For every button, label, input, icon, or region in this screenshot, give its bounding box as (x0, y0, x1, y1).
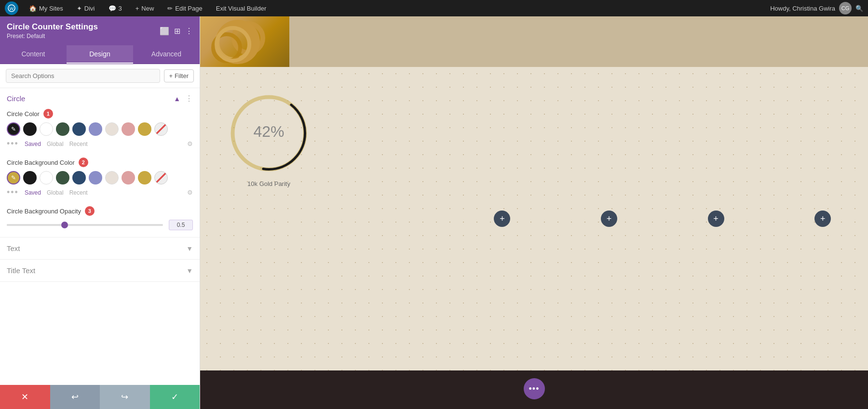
title-text-section-title: Title Text (7, 266, 35, 275)
color-swatch-none[interactable] (154, 122, 168, 136)
circle-bg-opacity-label: Circle Background Opacity 3 (7, 206, 193, 216)
expand-icon[interactable]: ⬜ (160, 26, 169, 36)
color-swatch-white[interactable] (40, 122, 53, 136)
circle-counter-label: 10k Gold Parity (227, 180, 311, 187)
circle-color-saved-row: ••• Saved Global Recent ⚙ (7, 139, 193, 149)
color-swatch-gold[interactable] (138, 122, 151, 136)
edit-page-menu[interactable]: ✏ Edit Page (164, 3, 205, 14)
color-swatch-black[interactable] (23, 122, 37, 136)
canvas-area: 42% 10k Gold Parity + + + + ••• (200, 16, 868, 409)
chevron-up-icon[interactable]: ▲ (174, 95, 180, 103)
circle-color-saved-label[interactable]: Saved (25, 141, 41, 147)
color-swatch-dark-green[interactable] (56, 122, 69, 136)
add-column-btn-1[interactable]: + (494, 211, 510, 227)
svg-text:W: W (10, 6, 14, 11)
color-swatch-light-beige[interactable] (105, 122, 119, 136)
cancel-button[interactable]: ✕ (0, 385, 50, 409)
canvas-beige-area: 42% 10k Gold Parity + + + + (200, 67, 868, 370)
preset-selector[interactable]: Preset: Default (7, 33, 98, 40)
circle-section-header[interactable]: Circle ▲ ⋮ (0, 88, 200, 109)
pencil-icon: ✏ (167, 5, 173, 12)
circle-bg-color-more-dots[interactable]: ••• (7, 187, 19, 198)
opacity-slider-thumb[interactable] (61, 222, 68, 228)
circle-bg-color-recent-label[interactable]: Recent (69, 189, 88, 196)
color-swatch-dark-blue[interactable] (72, 122, 86, 136)
svg-point-4 (213, 34, 240, 61)
circle-bg-swatch-dark-blue[interactable] (72, 171, 86, 185)
sidebar-header: Circle Counter Settings Preset: Default … (0, 16, 200, 45)
circle-bg-swatch-pink[interactable] (122, 171, 135, 185)
filter-button[interactable]: + Filter (164, 69, 194, 82)
color-swatch-lavender[interactable] (89, 122, 102, 136)
add-column-btn-4[interactable]: + (814, 211, 831, 227)
grid-icon[interactable]: ⊞ (174, 26, 180, 36)
title-text-chevron-down-icon[interactable]: ▼ (186, 267, 193, 275)
circle-bg-swatch-white[interactable] (40, 171, 53, 185)
circle-color-badge: 1 (43, 109, 53, 119)
search-input[interactable] (6, 69, 160, 83)
module-options-button[interactable]: ••• (524, 378, 545, 399)
panel-title: Circle Counter Settings (7, 22, 98, 32)
tab-content[interactable]: Content (0, 45, 67, 64)
circle-bg-swatch-gold[interactable] (138, 171, 151, 185)
text-chevron-down-icon[interactable]: ▼ (186, 245, 193, 252)
confirm-icon: ✓ (171, 392, 178, 402)
circle-color-recent-label[interactable]: Recent (69, 141, 88, 147)
wp-logo-icon[interactable]: W (5, 1, 18, 15)
divi-icon: ✦ (77, 5, 82, 12)
circle-color-gear-icon[interactable]: ⚙ (187, 140, 193, 147)
circle-color-swatches: ✎ (7, 122, 193, 136)
text-section-title: Text (7, 244, 20, 252)
admin-bar-right: Howdy, Christina Gwira CG 🔍 (770, 2, 863, 14)
undo-icon: ↩ (71, 392, 79, 402)
title-text-section-header[interactable]: Title Text ▼ (0, 260, 200, 281)
divi-menu[interactable]: ✦ Divi (74, 3, 98, 14)
text-section-header[interactable]: Text ▼ (0, 237, 200, 259)
color-picker-current[interactable]: ✎ (7, 122, 20, 136)
search-icon[interactable]: 🔍 (855, 5, 863, 12)
circle-bg-color-gear-icon[interactable]: ⚙ (187, 189, 193, 196)
circle-bg-swatch-none[interactable] (154, 171, 168, 185)
color-swatch-pink[interactable] (122, 122, 135, 136)
tab-advanced[interactable]: Advanced (133, 45, 200, 64)
exit-visual-builder-btn[interactable]: Exit Visual Builder (213, 3, 270, 14)
redo-icon: ↪ (121, 392, 128, 402)
circle-bg-swatch-lavender[interactable] (89, 171, 102, 185)
canvas-top-image (200, 16, 868, 67)
home-icon: 🏠 (29, 5, 37, 12)
new-menu[interactable]: + New (133, 3, 157, 14)
circle-bg-color-global-label[interactable]: Global (47, 189, 64, 196)
sidebar-header-icons: ⬜ ⊞ ⋮ (160, 26, 193, 36)
circle-section-more-icon[interactable]: ⋮ (185, 94, 193, 103)
comments-menu[interactable]: 💬 3 (106, 3, 125, 14)
circle-color-global-label[interactable]: Global (47, 141, 64, 147)
circle-bg-color-picker-current[interactable]: ✎ (7, 171, 20, 185)
opacity-slider-track[interactable] (7, 224, 163, 226)
more-options-icon[interactable]: ⋮ (185, 26, 193, 36)
circle-color-more-dots[interactable]: ••• (7, 139, 19, 149)
wp-admin-bar: W 🏠 My Sites ✦ Divi 💬 3 + New ✏ Edit Pag… (0, 0, 868, 16)
circle-section-title: Circle (7, 94, 25, 103)
add-column-btn-2[interactable]: + (601, 211, 617, 227)
circle-section: Circle ▲ ⋮ Circle Color 1 ✎ (0, 88, 200, 237)
plus-icon: + (136, 5, 139, 12)
circle-bg-swatch-dark-green[interactable] (56, 171, 69, 185)
undo-button[interactable]: ↩ (50, 385, 100, 409)
circle-bg-swatch-light-beige[interactable] (105, 171, 119, 185)
action-bar: ✕ ↩ ↪ ✓ (0, 385, 200, 409)
canvas-footer: ••• (200, 370, 868, 409)
my-sites-menu[interactable]: 🏠 My Sites (26, 3, 66, 14)
circle-svg-wrapper: 42% (227, 91, 311, 175)
tab-design[interactable]: Design (67, 45, 133, 64)
filter-icon: + (169, 72, 173, 79)
comment-icon: 💬 (108, 5, 116, 12)
confirm-button[interactable]: ✓ (150, 385, 200, 409)
opacity-value[interactable]: 0.5 (169, 220, 193, 230)
redo-button[interactable]: ↪ (100, 385, 150, 409)
product-image (200, 16, 289, 67)
add-column-btn-3[interactable]: + (708, 211, 724, 227)
avatar[interactable]: CG (839, 2, 852, 14)
circle-bg-swatch-black[interactable] (23, 171, 37, 185)
circle-bg-color-saved-label[interactable]: Saved (25, 189, 41, 196)
sidebar-tabs: Content Design Advanced (0, 45, 200, 64)
